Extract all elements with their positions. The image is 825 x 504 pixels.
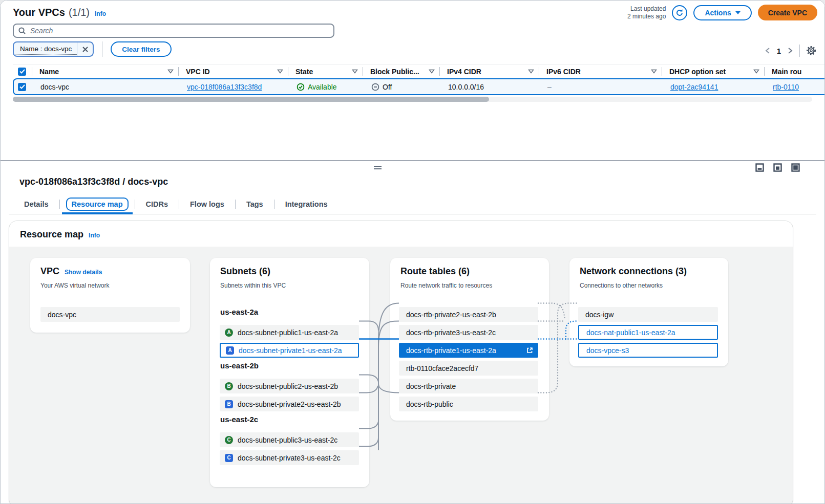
cell-name: docs-vpc <box>33 79 180 94</box>
private-subnet-badge: C <box>225 454 233 462</box>
az-group-header: us-east-2a <box>220 308 258 316</box>
subnets-column-subtitle: Subnets within this VPC <box>220 282 286 289</box>
off-icon <box>371 83 379 91</box>
network-connections-column-title: Network connections (3) <box>580 266 687 277</box>
tab-details[interactable]: Details <box>19 199 53 210</box>
actions-button[interactable]: Actions <box>693 5 751 20</box>
column-header-block-public-access[interactable]: Block Public... <box>363 64 440 78</box>
dhcp-option-set-link[interactable]: dopt-2ac94141 <box>670 83 718 91</box>
row-checkbox[interactable] <box>18 83 26 91</box>
column-header-dhcp-option-set[interactable]: DHCP option set <box>662 64 765 78</box>
vpc-column-subtitle: Your AWS virtual network <box>40 282 110 289</box>
tab-flow-logs[interactable]: Flow logs <box>185 199 229 210</box>
create-vpc-button[interactable]: Create VPC <box>758 5 817 20</box>
route-table-node[interactable]: docs-rtb-private <box>399 379 538 393</box>
filter-token-label: Name : docs-vpc <box>14 44 77 55</box>
public-subnet-badge: B <box>225 382 233 390</box>
row-checkbox-cell <box>14 79 33 94</box>
route-tables-column-title: Route tables (6) <box>400 266 470 277</box>
route-table-node-selected[interactable]: docs-rtb-private1-us-east-2a <box>399 343 538 358</box>
select-all-checkbox-cell <box>13 64 32 78</box>
chevron-left-icon[interactable] <box>765 47 771 54</box>
horizontal-scrollbar-thumb[interactable] <box>13 97 489 102</box>
panel-fullscreen-layout-icon[interactable] <box>791 163 800 172</box>
subnet-node[interactable]: C docs-subnet-private3-us-east-2c <box>220 450 359 465</box>
route-table-node[interactable]: docs-rtb-private3-us-east-2c <box>399 325 538 340</box>
panel-split-layout-icon[interactable] <box>773 163 782 172</box>
vpc-id-link[interactable]: vpc-018f086a13f3c3f8d <box>187 83 262 91</box>
filter-row: Name : docs-vpc Clear filters <box>13 41 172 57</box>
clear-filters-label: Clear filters <box>122 46 160 53</box>
external-link-icon[interactable] <box>526 346 534 354</box>
detail-tabs: Details Resource map CIDRs Flow logs Tag… <box>9 196 816 214</box>
subnets-column-title: Subnets (6) <box>220 266 270 277</box>
detail-panel-title: vpc-018f086a13f3c3f8d / docs-vpc <box>19 177 168 187</box>
route-table-node[interactable]: docs-rtb-private2-us-east-2b <box>399 307 538 322</box>
resource-map-header: Resource map Info <box>9 221 793 247</box>
private-subnet-badge: A <box>226 346 234 355</box>
network-connection-node[interactable]: docs-igw <box>578 307 718 322</box>
last-updated: Last updated 2 minutes ago <box>627 5 666 20</box>
tab-resource-map[interactable]: Resource map <box>66 198 129 211</box>
subnet-node[interactable]: C docs-subnet-public3-us-east-2c <box>220 432 359 447</box>
column-header-ipv6-cidr[interactable]: IPv6 CIDR <box>539 64 662 78</box>
subnet-node-selected[interactable]: A docs-subnet-private1-us-east-2a <box>220 343 359 358</box>
column-header-state[interactable]: State <box>288 64 363 78</box>
column-header-ipv4-cidr[interactable]: IPv4 CIDR <box>440 64 539 78</box>
block-public-access-value: Off <box>371 83 392 91</box>
network-connection-node-highlighted[interactable]: docs-nat-public1-us-east-2a <box>578 325 718 340</box>
show-details-link[interactable]: Show details <box>65 269 102 276</box>
header-actions: Last updated 2 minutes ago Actions Creat… <box>627 5 817 20</box>
public-subnet-badge: A <box>225 328 233 337</box>
main-route-table-link[interactable]: rtb-0110 <box>773 83 799 91</box>
create-vpc-label: Create VPC <box>768 9 807 17</box>
sort-icon <box>167 69 174 74</box>
sort-icon <box>277 69 283 74</box>
select-all-checkbox[interactable] <box>18 68 26 76</box>
resource-map-info-link[interactable]: Info <box>89 232 100 239</box>
close-icon <box>82 46 89 53</box>
info-link[interactable]: Info <box>95 10 106 17</box>
vpc-count: (1/1) <box>69 7 90 18</box>
resource-map-body: VPC Show details Your AWS virtual networ… <box>9 247 793 504</box>
subnet-node[interactable]: B docs-subnet-private2-us-east-2b <box>220 397 359 411</box>
vpc-node[interactable]: docs-vpc <box>40 307 180 322</box>
page-title: Your VPCs <box>13 7 65 18</box>
split-panel-resize-handle[interactable] <box>372 164 383 171</box>
column-header-vpc-id[interactable]: VPC ID <box>179 64 288 78</box>
status-available-icon <box>297 83 305 91</box>
search-box[interactable] <box>13 24 334 38</box>
horizontal-scrollbar <box>13 97 812 102</box>
vpc-column-title: VPC <box>40 266 59 277</box>
refresh-button[interactable] <box>672 5 687 20</box>
public-subnet-badge: C <box>225 436 233 444</box>
network-connection-node-highlighted[interactable]: docs-vpce-s3 <box>578 343 718 358</box>
sort-icon <box>651 69 657 74</box>
column-header-name[interactable]: Name <box>32 64 179 78</box>
tab-cidrs[interactable]: CIDRs <box>141 199 173 210</box>
page-number[interactable]: 1 <box>777 47 781 55</box>
table-header: Name VPC ID State Block Public... IPv4 C… <box>13 64 824 78</box>
settings-gear-icon[interactable] <box>806 46 816 56</box>
route-table-node[interactable]: docs-rtb-public <box>399 397 538 411</box>
tab-tags[interactable]: Tags <box>242 199 268 210</box>
cell-ipv6-cidr: – <box>540 79 663 94</box>
panel-bottom-layout-icon[interactable] <box>755 163 764 172</box>
sort-icon <box>753 69 759 74</box>
subnet-node[interactable]: B docs-subnet-public2-us-east-2b <box>220 379 359 393</box>
subnet-node[interactable]: A docs-subnet-public1-us-east-2a <box>220 325 359 340</box>
search-input[interactable] <box>30 27 329 35</box>
pagination: 1 <box>765 45 816 57</box>
clear-filters-button[interactable]: Clear filters <box>111 41 171 57</box>
table-row[interactable]: docs-vpc vpc-018f086a13f3c3f8d Available <box>13 78 824 95</box>
column-header-main-route-table[interactable]: Main rou <box>765 64 824 78</box>
remove-filter-button[interactable] <box>77 41 93 57</box>
resource-map-container: Resource map Info VPC Show details Your … <box>9 221 793 504</box>
tab-integrations[interactable]: Integrations <box>281 199 332 210</box>
resource-map-title: Resource map <box>20 229 83 240</box>
page-header: Your VPCs (1/1) Info <box>13 7 106 18</box>
token-divider <box>77 41 77 57</box>
route-table-node[interactable]: rtb-0110cface2acecfd7 <box>399 361 538 376</box>
chevron-right-icon[interactable] <box>787 47 793 54</box>
sort-icon <box>528 69 534 74</box>
